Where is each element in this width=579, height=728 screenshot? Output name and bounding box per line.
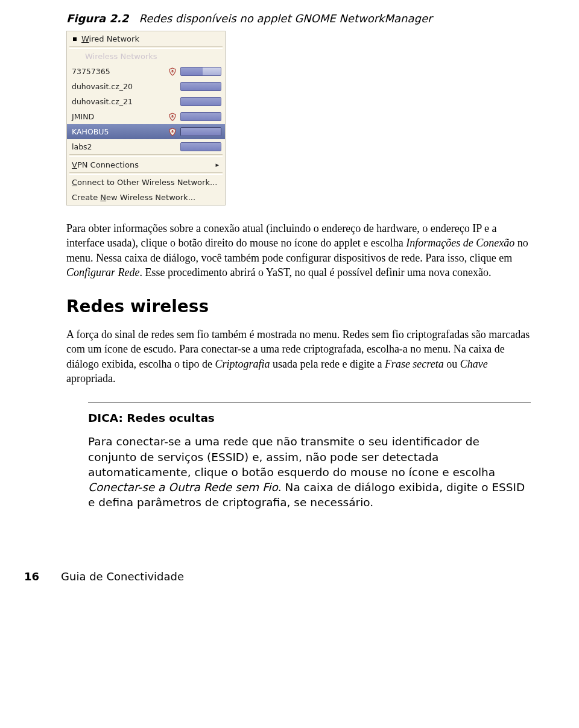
signal-strength-bar [180, 127, 221, 136]
section-heading-wireless: Redes wireless [66, 297, 531, 316]
svg-point-1 [172, 115, 174, 117]
create-new-network-menuitem[interactable]: Create New Wireless Network... [67, 190, 225, 205]
page-footer: 16 Guia de Conectividade [66, 570, 531, 583]
figure-caption: Redes disponíveis no applet GNOME Networ… [139, 12, 432, 25]
wireless-network-item[interactable]: labs2 [67, 139, 225, 154]
signal-strength-bar [180, 97, 221, 106]
encrypted-shield-icon [168, 113, 177, 121]
wireless-network-item[interactable]: duhovasit.cz_20 [67, 79, 225, 94]
svg-point-0 [172, 70, 174, 72]
network-name-label: 73757365 [72, 67, 168, 76]
signal-strength-bar [180, 112, 221, 121]
paragraph-wireless: A força do sinal de redes sem fio também… [66, 327, 531, 386]
signal-strength-bar [180, 67, 221, 76]
encrypted-shield-icon [168, 143, 177, 151]
network-name-label: JMIND [72, 112, 168, 121]
encrypted-shield-icon [168, 128, 177, 136]
signal-strength-bar [180, 82, 221, 91]
submenu-arrow-icon: ▸ [215, 161, 219, 169]
connect-other-network-menuitem[interactable]: Connect to Other Wireless Network... [67, 175, 225, 190]
networkmanager-applet-screenshot: Wired Network Wireless Networks 73757365… [66, 31, 226, 206]
create-new-label: Create New Wireless Network... [72, 193, 195, 202]
vpn-connections-menuitem[interactable]: VPN Connections ▸ [67, 157, 225, 172]
tip-body: Para conectar-se a uma rede que não tran… [88, 434, 531, 510]
wired-network-menuitem[interactable]: Wired Network [67, 31, 225, 46]
figure-caption-line: Figura 2.2 Redes disponíveis no applet G… [66, 12, 531, 25]
wireless-network-item[interactable]: 73757365 [67, 64, 225, 79]
figure-number: Figura 2.2 [66, 12, 128, 25]
encrypted-shield-icon [168, 67, 177, 76]
wireless-network-item[interactable]: JMIND [67, 109, 225, 124]
wireless-networks-header: Wireless Networks [67, 49, 225, 64]
wired-label: Wired Network [81, 34, 139, 43]
svg-point-2 [172, 130, 174, 132]
network-name-label: labs2 [72, 142, 168, 151]
page-number: 16 [24, 570, 39, 583]
network-name-label: KAHOBU5 [72, 127, 168, 136]
paragraph-connection-info: Para obter informações sobre a conexão a… [66, 221, 531, 280]
vpn-label: VPN Connections [72, 160, 139, 169]
wireless-network-item[interactable]: KAHOBU5 [67, 124, 225, 139]
wireless-network-item[interactable]: duhovasit.cz_21 [67, 94, 225, 109]
footer-guide-name: Guia de Conectividade [61, 570, 184, 583]
network-name-label: duhovasit.cz_20 [72, 82, 168, 91]
radio-selected-icon [72, 36, 78, 42]
encrypted-shield-icon [168, 83, 177, 91]
encrypted-shield-icon [168, 98, 177, 106]
tip-box: DICA: Redes ocultas Para conectar-se a u… [88, 403, 531, 510]
connect-other-label: Connect to Other Wireless Network... [72, 178, 217, 187]
signal-strength-bar [180, 142, 221, 151]
network-name-label: duhovasit.cz_21 [72, 97, 168, 106]
tip-title: DICA: Redes ocultas [88, 412, 531, 424]
